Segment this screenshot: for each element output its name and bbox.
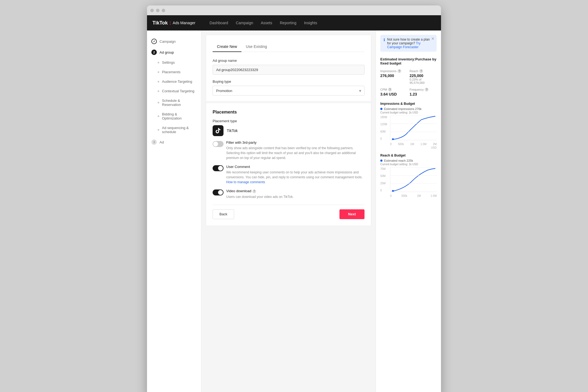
stat-impressions-label: Impressions ?	[380, 69, 408, 73]
stat-frequency-label: Frequency ?	[410, 88, 437, 91]
stats-grid: Impressions ? 276,000 Reach ? 225,000 0.…	[380, 69, 437, 96]
impressions-budget-chart-section: Impressions & Budget Estimated impressio…	[380, 102, 437, 149]
content-card: Create New Use Existing Ad group name Bu…	[206, 35, 371, 226]
nav-assets[interactable]: Assets	[261, 21, 272, 25]
minimize-btn[interactable]	[156, 9, 160, 12]
tab-create-new[interactable]: Create New	[213, 42, 241, 52]
stat-frequency: Frequency ? 1.23	[410, 88, 437, 96]
nav-campaign[interactable]: Campaign	[236, 21, 253, 25]
titlebar	[147, 5, 441, 15]
filterthirdparty-label-area: Filter with 3rd-party Only show ads alon…	[226, 140, 365, 160]
placements-dot	[158, 71, 159, 73]
section-divider	[206, 101, 371, 103]
nav-reporting[interactable]: Reporting	[280, 21, 296, 25]
filterthirdparty-desc: Only show ads alongside content that has…	[226, 146, 365, 160]
chart1-container: 180M 120M 60M 0	[380, 116, 437, 146]
chart2-gridline-mid2	[390, 183, 437, 184]
buyingtype-label: Buying type	[213, 79, 365, 84]
buyingtype-field: Buying type Promotion Reach & Frequency …	[213, 79, 365, 96]
top-navigation: TikTok: Ads Manager Dashboard Campaign A…	[147, 15, 441, 30]
chart2-y-labels: 75M 50M 25M 0	[380, 167, 390, 192]
close-btn[interactable]	[150, 9, 154, 12]
sidebar-item-campaign[interactable]: Campaign	[147, 36, 201, 47]
adgroupname-input[interactable]	[213, 65, 365, 75]
adgroup-step-circle: 2	[151, 50, 157, 55]
videodownload-toggle[interactable]	[213, 189, 223, 195]
info-close-icon[interactable]: ✕	[431, 36, 434, 41]
logo-adsmanager: Ads Manager	[173, 21, 195, 25]
tab-use-existing[interactable]: Use Existing	[241, 42, 271, 52]
campaign-check-icon	[151, 39, 157, 44]
videodownload-info-icon[interactable]: ?	[252, 189, 256, 193]
stat-impressions: Impressions ? 276,000	[380, 69, 408, 84]
usercomment-row: User Comment We recommend keeping user c…	[213, 165, 365, 185]
tiktok-icon-box	[213, 125, 223, 136]
chart1-x-unit: USD	[380, 146, 437, 149]
sidebar-contextual-label: Contextual Targeting	[162, 89, 194, 93]
stat-reach-value: 225,000	[410, 74, 437, 78]
svg-point-1	[392, 190, 394, 192]
sidebar-item-contextual[interactable]: Contextual Targeting	[147, 86, 201, 96]
usercomment-title: User Comment	[226, 165, 365, 169]
chart1-y-labels: 180M 120M 60M 0	[380, 116, 390, 140]
main-content: Create New Use Existing Ad group name Bu…	[201, 30, 376, 392]
tab-bar: Create New Use Existing	[213, 42, 365, 52]
next-button[interactable]: Next	[339, 209, 365, 219]
chart1-legend-dot	[380, 108, 382, 110]
back-button[interactable]: Back	[213, 209, 234, 219]
stat-frequency-value: 1.23	[410, 92, 437, 96]
nav-insights[interactable]: Insights	[304, 21, 317, 25]
sidebar-item-bidding[interactable]: Bidding & Optimization	[147, 109, 201, 123]
reach-budget-chart-section: Reach & Budget Estimated reach 225k Curr…	[380, 154, 437, 197]
maximize-btn[interactable]	[162, 9, 165, 12]
cpm-info-icon[interactable]: ?	[388, 88, 392, 91]
chart1-x-labels: 0 500k 1M 1.5M 2M	[390, 143, 437, 146]
schedule-dot	[158, 102, 159, 103]
chart2-container: 75M 50M 25M 0	[380, 167, 437, 197]
filterthirdparty-toggle[interactable]	[213, 141, 223, 147]
sidebar-item-placements[interactable]: Placements	[147, 67, 201, 77]
impressions-info-icon[interactable]: ?	[397, 69, 401, 73]
sidebar-adgroup-label: Ad group	[160, 50, 174, 54]
usercomment-toggle[interactable]	[213, 165, 223, 171]
sidebar-settings-label: Settings	[162, 60, 175, 65]
chart2-legend-label: Estimated reach 225k	[384, 159, 413, 162]
tiktok-logo-icon	[215, 127, 221, 134]
sidebar-item-audience[interactable]: Audience Targeting	[147, 77, 201, 86]
frequency-info-icon[interactable]: ?	[425, 88, 428, 91]
sidebar-bidding-label: Bidding & Optimization	[162, 112, 197, 120]
buyingtype-select[interactable]: Promotion Reach & Frequency Brand Takeov…	[213, 86, 365, 96]
chart2-gridline-top	[390, 167, 437, 168]
sidebar: Campaign 2 Ad group Settings Placements …	[147, 30, 201, 392]
sidebar-item-settings[interactable]: Settings	[147, 58, 201, 67]
sidebar-item-schedule[interactable]: Schedule & Reservation	[147, 96, 201, 109]
contextual-dot	[158, 90, 159, 92]
reach-info-icon[interactable]: ?	[419, 69, 423, 73]
stat-reach: Reach ? 225,000 0.23% of 95,574,000	[410, 69, 437, 84]
placementtype-field: Placement type TikTok	[213, 119, 365, 136]
sidebar-item-adsequencing[interactable]: Ad sequencing & schedule	[147, 123, 201, 137]
inventory-title: Estimated inventory:Purchase by fixed bu…	[380, 57, 437, 65]
sidebar-item-adgroup[interactable]: 2 Ad group	[147, 47, 201, 58]
stat-reach-sub: 0.23% of 95,574,000	[410, 78, 437, 84]
videodownload-label-area: Video download ? Users can download your…	[226, 189, 293, 199]
bidding-dot	[158, 115, 159, 117]
videodownload-desc: Users can download your video ads on Tik…	[226, 194, 293, 199]
chart2-legend-dot	[380, 160, 382, 162]
sidebar-campaign-label: Campaign	[160, 39, 176, 44]
nav-dashboard[interactable]: Dashboard	[210, 21, 228, 25]
info-icon: ℹ	[384, 38, 385, 42]
sidebar-item-ad[interactable]: 3 Ad	[147, 137, 201, 148]
chart1-legend-sub: Current budget setting: 1k USD	[380, 111, 437, 114]
main-layout: Campaign 2 Ad group Settings Placements …	[147, 30, 441, 392]
logo-colon: :	[169, 20, 171, 26]
info-banner: ℹ Not sure how to create a plan for your…	[380, 35, 437, 52]
usercomment-link[interactable]: How to manage comments	[226, 180, 265, 184]
stat-cpm-label: CPM ?	[380, 88, 408, 91]
chart2-gridline-mid1	[390, 175, 437, 176]
placements-section-title: Placements	[213, 110, 365, 115]
audience-dot	[158, 81, 159, 82]
buyingtype-wrapper: Promotion Reach & Frequency Brand Takeov…	[213, 86, 365, 96]
chart1-svg	[390, 116, 437, 140]
stat-cpm: CPM ? 3.64 USD	[380, 88, 408, 96]
